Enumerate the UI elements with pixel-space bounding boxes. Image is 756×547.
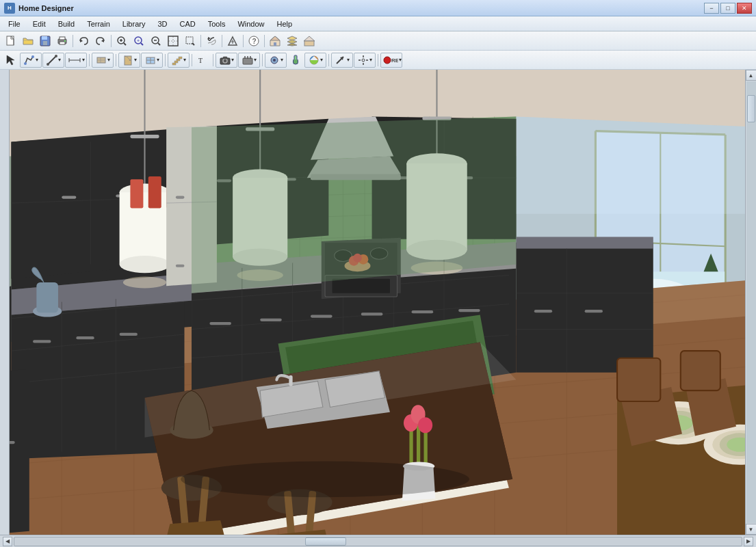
- title-controls: − □ ✕: [704, 3, 752, 14]
- svg-rect-7: [60, 37, 65, 40]
- svg-marker-282: [192, 117, 516, 293]
- separator9: [165, 54, 166, 66]
- svg-marker-11: [101, 39, 104, 42]
- svg-rect-271: [681, 351, 720, 390]
- line-button[interactable]: ▾: [42, 53, 64, 68]
- svg-rect-4: [42, 36, 47, 40]
- menu-build[interactable]: Build: [53, 18, 80, 29]
- svg-rect-209: [585, 310, 603, 312]
- svg-rect-193: [333, 279, 390, 293]
- menu-help[interactable]: Help: [272, 18, 298, 29]
- zoom-in-button[interactable]: [114, 34, 130, 49]
- wall-tool-button[interactable]: ▾: [92, 53, 114, 68]
- help-button[interactable]: ?: [246, 34, 262, 49]
- svg-point-76: [362, 59, 365, 62]
- menu-file[interactable]: File: [3, 18, 26, 29]
- zoom-out-button[interactable]: [148, 34, 164, 49]
- previous-view-button[interactable]: [203, 34, 220, 49]
- scroll-track[interactable]: [746, 81, 756, 523]
- new-button[interactable]: [3, 34, 19, 49]
- floors-button[interactable]: [284, 34, 300, 49]
- svg-text:T: T: [198, 57, 203, 64]
- record-button[interactable]: REC ▾: [380, 53, 402, 68]
- svg-rect-5: [43, 41, 47, 45]
- kitchen-scene[interactable]: [10, 70, 745, 535]
- scroll-right-arrow[interactable]: ▶: [744, 537, 753, 546]
- room-label-button[interactable]: T: [194, 53, 211, 68]
- svg-rect-153: [120, 333, 138, 336]
- polyline-button[interactable]: ▾: [20, 53, 42, 68]
- svg-point-71: [273, 59, 276, 62]
- maximize-button[interactable]: □: [720, 3, 735, 14]
- scroll-thumb[interactable]: [747, 95, 755, 122]
- svg-text:+: +: [137, 38, 140, 43]
- menu-3d[interactable]: 3D: [152, 18, 172, 29]
- svg-line-44: [48, 56, 56, 64]
- redo-button[interactable]: [92, 34, 109, 49]
- print-button[interactable]: [54, 34, 70, 49]
- transform-button[interactable]: ▾: [354, 53, 376, 68]
- save-button[interactable]: [37, 34, 53, 49]
- roof-button[interactable]: [301, 34, 317, 49]
- svg-marker-41: [7, 55, 14, 65]
- app-icon-letter: H: [8, 5, 12, 11]
- right-scrollbar[interactable]: ▲ ▼: [745, 70, 756, 535]
- camera-up-button[interactable]: [224, 34, 241, 49]
- svg-rect-58: [172, 63, 176, 65]
- open-button[interactable]: [20, 34, 36, 49]
- svg-marker-238: [10, 286, 11, 373]
- bottom-area: ◀ ▶: [0, 535, 756, 547]
- dimension-button[interactable]: ▾: [65, 53, 87, 68]
- svg-point-42: [24, 62, 27, 65]
- svg-rect-170: [260, 319, 282, 321]
- separator10: [192, 54, 192, 66]
- zoom-in2-button[interactable]: +: [131, 34, 147, 49]
- h-scrollbar[interactable]: [14, 537, 742, 546]
- svg-rect-173: [412, 310, 434, 313]
- undo-button[interactable]: [75, 34, 92, 49]
- close-button[interactable]: ✕: [737, 3, 752, 14]
- separator8: [116, 54, 116, 66]
- svg-rect-40: [304, 41, 314, 46]
- svg-marker-237: [10, 369, 29, 535]
- svg-line-18: [141, 43, 143, 45]
- select-tool-button[interactable]: [3, 53, 19, 68]
- separator11: [213, 54, 213, 66]
- elevation-button[interactable]: ▾: [238, 53, 260, 68]
- svg-point-54: [129, 59, 131, 61]
- zoom-box-button[interactable]: [182, 34, 198, 49]
- separator3: [200, 35, 201, 47]
- svg-marker-202: [516, 243, 653, 373]
- menu-tools[interactable]: Tools: [203, 18, 231, 29]
- menu-edit[interactable]: Edit: [27, 18, 51, 29]
- arrow-tool-button[interactable]: ▾: [331, 53, 353, 68]
- scroll-left-arrow[interactable]: ◀: [3, 537, 12, 546]
- scroll-down-arrow[interactable]: ▼: [746, 524, 757, 535]
- svg-rect-208: [534, 310, 552, 312]
- materials-button[interactable]: ▾: [304, 53, 326, 68]
- h-scroll-thumb[interactable]: [305, 537, 346, 546]
- svg-rect-277: [36, 282, 58, 312]
- door-button[interactable]: ▾: [118, 53, 140, 68]
- svg-marker-204: [516, 237, 653, 249]
- fill-window-button[interactable]: [165, 34, 181, 49]
- svg-rect-65: [223, 57, 227, 59]
- camera-tool-button[interactable]: ▾: [216, 53, 237, 68]
- menu-cad[interactable]: CAD: [174, 18, 200, 29]
- menu-window[interactable]: Window: [232, 18, 270, 29]
- stairs-button[interactable]: ▾: [168, 53, 190, 68]
- menu-library[interactable]: Library: [117, 18, 151, 29]
- separator5: [243, 35, 244, 47]
- fill-tool-button[interactable]: ▾: [265, 53, 287, 68]
- scene-svg: [10, 70, 745, 535]
- svg-point-283: [181, 461, 469, 497]
- paint-button[interactable]: [287, 53, 304, 68]
- svg-marker-10: [80, 39, 83, 42]
- house-button[interactable]: [267, 34, 283, 49]
- minimize-button[interactable]: −: [704, 3, 719, 14]
- scroll-up-arrow[interactable]: ▲: [746, 70, 757, 81]
- canvas-area[interactable]: [10, 70, 745, 535]
- svg-rect-239: [10, 441, 15, 444]
- menu-terrain[interactable]: Terrain: [81, 18, 116, 29]
- window-button[interactable]: ▾: [141, 53, 163, 68]
